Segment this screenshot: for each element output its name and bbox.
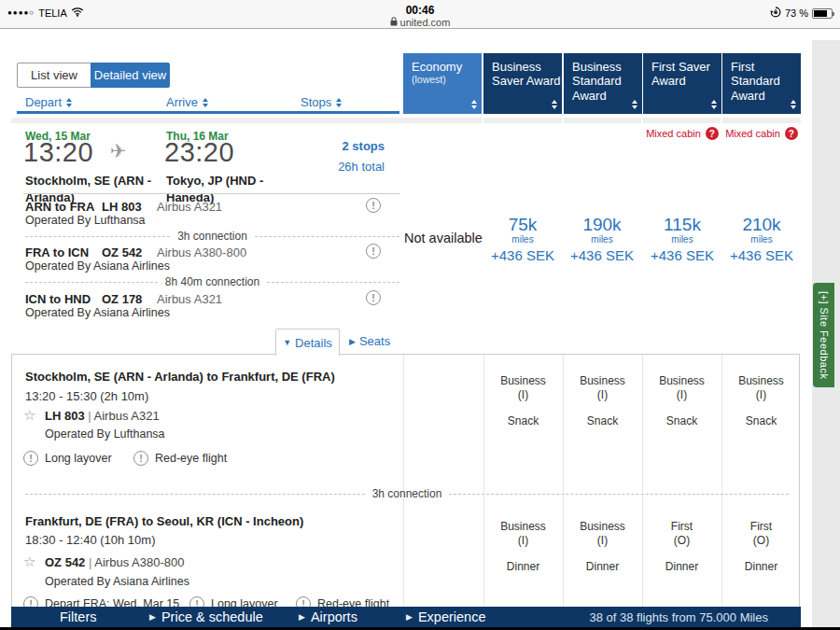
- star-alliance-icon: ☆: [23, 407, 35, 424]
- economy-not-available: Not available: [404, 231, 483, 245]
- cabin-cell: Business (I) Dinner: [563, 520, 642, 574]
- warning-icon[interactable]: !: [23, 451, 38, 466]
- award-price-business-saver[interactable]: 75k miles +436 SEK: [483, 215, 562, 265]
- filter-footer-bar: Filters ▶ Price & schedule ▶ Airports ▶ …: [11, 607, 801, 627]
- cabin-cell: Business (I) Dinner: [483, 520, 563, 574]
- cabin-cell: Business (I) Snack: [721, 374, 801, 428]
- segment-route: FRA to ICN: [25, 245, 89, 259]
- segment-detail-flight: LH 803 | Airbus A321: [45, 409, 160, 423]
- segment-operated-by: Operated By Lufthansa: [25, 214, 146, 227]
- stops-link[interactable]: 2 stops: [308, 139, 385, 153]
- total-duration: 26h total: [308, 160, 385, 174]
- segment-detail-times: 13:20 - 15:30 (2h 10m): [25, 389, 148, 403]
- question-icon[interactable]: ?: [785, 127, 798, 140]
- chevron-right-icon: ▶: [349, 337, 356, 346]
- warning-icon[interactable]: !: [366, 198, 381, 213]
- segment-flight-no: LH 803: [102, 200, 142, 214]
- sort-header-stops[interactable]: Stops: [301, 95, 342, 109]
- list-view-button[interactable]: List view: [17, 63, 91, 88]
- sort-icon: [471, 100, 477, 109]
- tab-seats[interactable]: ▶ Seats: [349, 334, 390, 348]
- arrive-time: 23:20: [164, 137, 234, 168]
- fare-column-business-standard[interactable]: Business Standard Award: [564, 53, 642, 114]
- segment-aircraft: Airbus A380-800: [157, 245, 246, 259]
- segment-detail-flight: OZ 542 | Airbus A380-800: [45, 555, 184, 569]
- cabin-cell: First (O) Dinner: [642, 520, 721, 574]
- footer-airports[interactable]: ▶ Airports: [299, 607, 357, 627]
- warning-red-eye: ! Red-eye flight: [133, 451, 227, 466]
- mixed-cabin-indicator: Mixed cabin ?: [643, 127, 721, 140]
- mixed-cabin-indicator: Mixed cabin ?: [722, 127, 801, 140]
- tab-details[interactable]: ▼ Details: [275, 329, 340, 356]
- footer-experience[interactable]: ▶ Experience: [406, 607, 485, 627]
- battery-percent: 73 %: [785, 7, 808, 19]
- chevron-right-icon: ▶: [149, 612, 156, 622]
- segment-detail-operated-by: Operated By Lufthansa: [45, 427, 165, 441]
- segment-route: ARN to FRA: [25, 200, 94, 214]
- segment-detail-times: 18:30 - 12:40 (10h 10m): [25, 533, 155, 547]
- chevron-right-icon: ▶: [406, 612, 413, 622]
- detailed-view-button[interactable]: Detailed view: [91, 63, 170, 88]
- results-summary: 38 of 38 flights from 75.000 Miles: [590, 607, 769, 627]
- warning-icon[interactable]: !: [366, 244, 381, 259]
- depart-time: 13:20: [23, 137, 93, 168]
- segment-flight-no: OZ 542: [102, 245, 142, 259]
- sort-icon: [791, 100, 796, 109]
- header-underline: [17, 111, 399, 114]
- battery-info: 73 %: [770, 7, 833, 20]
- sort-header-depart[interactable]: Depart: [25, 95, 72, 109]
- sort-icon: [552, 100, 557, 109]
- connection-divider: 3h connection: [25, 230, 399, 243]
- cabin-cell: Business (I) Snack: [642, 374, 721, 428]
- row-top-edge: [11, 118, 801, 123]
- sort-icon: [66, 98, 72, 107]
- question-icon[interactable]: ?: [706, 127, 719, 140]
- warning-icon[interactable]: !: [366, 290, 381, 305]
- fare-column-business-saver[interactable]: Business Saver Award: [483, 53, 562, 114]
- warning-icon[interactable]: !: [133, 451, 148, 466]
- footer-filters[interactable]: Filters: [60, 607, 96, 627]
- lock-icon: [390, 17, 398, 28]
- details-card: Stockholm, SE (ARN - Arlanda) to Frankfu…: [11, 354, 800, 627]
- award-price-first-standard[interactable]: 210k miles +436 SEK: [722, 215, 801, 265]
- connection-divider: 8h 40m connection: [25, 275, 399, 288]
- plane-icon: ✈: [110, 140, 127, 162]
- segment-aircraft: Airbus A321: [157, 292, 222, 306]
- orientation-lock-icon: [770, 7, 781, 20]
- sort-icon: [711, 100, 717, 109]
- chevron-right-icon: ▶: [299, 612, 305, 622]
- address-bar: united.com: [0, 17, 840, 28]
- segment-operated-by: Operated By Asiana Airlines: [25, 259, 170, 273]
- battery-icon: [812, 8, 833, 19]
- domain-text: united.com: [400, 17, 451, 28]
- fare-column-economy[interactable]: Economy (lowest): [403, 53, 482, 114]
- award-price-first-saver[interactable]: 115k miles +436 SEK: [643, 215, 721, 265]
- segment-detail-title: Frankfurt, DE (FRA) to Seoul, KR (ICN - …: [25, 514, 303, 528]
- segment-flight-no: OZ 178: [102, 292, 142, 306]
- sort-icon: [203, 98, 208, 107]
- segment-aircraft: Airbus A321: [157, 200, 222, 214]
- segment-operated-by: Operated By Asiana Airlines: [25, 306, 170, 319]
- site-feedback-tab[interactable]: [+] Site Feedback: [813, 283, 834, 387]
- footer-price-schedule[interactable]: ▶ Price & schedule: [149, 607, 263, 627]
- star-alliance-icon: ☆: [23, 553, 35, 570]
- award-price-business-standard[interactable]: 190k miles +436 SEK: [563, 215, 641, 265]
- segment-route: ICN to HND: [25, 292, 91, 306]
- chevron-down-icon: ▼: [283, 338, 291, 347]
- clock: 00:46: [0, 4, 840, 17]
- fare-column-first-standard[interactable]: First Standard Award: [722, 53, 801, 114]
- cabin-cell: First (O) Dinner: [721, 520, 801, 574]
- sort-icon: [632, 100, 637, 109]
- connection-divider: 3h connection: [25, 487, 789, 500]
- sort-icon: [336, 98, 342, 107]
- warning-long-layover: ! Long layover: [23, 451, 112, 466]
- divider: [23, 193, 399, 194]
- cabin-cell: Business (I) Snack: [563, 374, 642, 428]
- cabin-cell: Business (I) Snack: [483, 374, 563, 428]
- ios-status-bar: ●●●●○ TELIA 00:46 united.com 73 %: [0, 0, 840, 29]
- segment-detail-operated-by: Operated By Asiana Airlines: [45, 575, 189, 588]
- sort-header-arrive[interactable]: Arrive: [166, 95, 208, 109]
- fare-column-first-saver[interactable]: First Saver Award: [643, 53, 721, 114]
- segment-detail-title: Stockholm, SE (ARN - Arlanda) to Frankfu…: [25, 370, 335, 384]
